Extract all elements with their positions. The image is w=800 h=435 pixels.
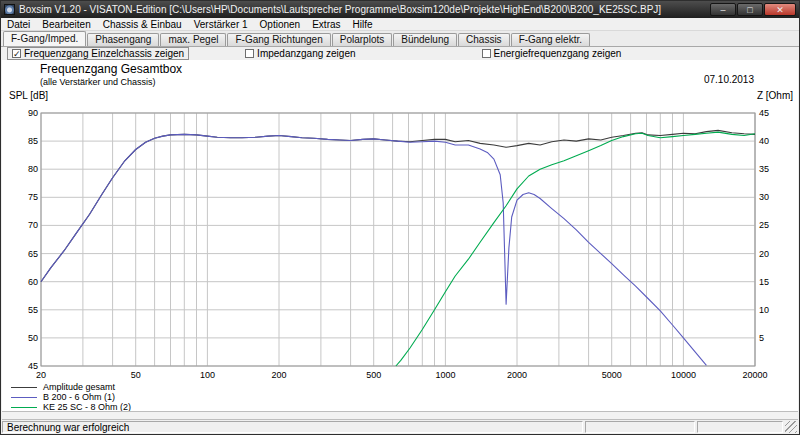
- y-right-tick-label: 5: [759, 333, 764, 343]
- y-left-tick-label: 60: [28, 277, 38, 287]
- y-left-tick-label: 75: [28, 192, 38, 202]
- close-button[interactable]: ✕: [764, 3, 796, 16]
- tab-phasengang[interactable]: Phasengang: [87, 33, 159, 46]
- chart-title: Frequenzgang Gesamtbox: [40, 62, 182, 76]
- checkbox-icon: ✓: [12, 49, 21, 58]
- series-line-2: [396, 132, 755, 366]
- legend-line-swatch: [11, 407, 37, 408]
- x-tick-label: 10000: [671, 370, 696, 380]
- y-right-tick-label: 45: [759, 108, 769, 118]
- chart-date: 07.10.2013: [704, 74, 754, 85]
- frequenzgang-einzelchassis-checkbox[interactable]: ✓ Frequenzgang Einzelchassis zeigen: [7, 47, 189, 60]
- menu-bearbeiten[interactable]: Bearbeiten: [36, 18, 96, 31]
- impedanzgang-checkbox[interactable]: Impedanzgang zeigen: [245, 47, 355, 60]
- x-tick-label: 2000: [507, 370, 527, 380]
- y-axis-left-label: SPL [dB]: [9, 90, 48, 101]
- y-right-tick-label: 25: [759, 220, 769, 230]
- tab-buendelung[interactable]: Bündelung: [393, 33, 457, 46]
- checkbox-label: Frequenzgang Einzelchassis zeigen: [24, 48, 184, 59]
- y-left-tick-label: 90: [28, 108, 38, 118]
- y-left-tick-label: 70: [28, 220, 38, 230]
- chart-panel: 2050100200500100020005000100002000045505…: [2, 60, 798, 411]
- legend-label: Amplitude gesamt: [43, 382, 115, 392]
- energiefrequenzgang-checkbox[interactable]: Energiefrequenzgang zeigen: [482, 47, 622, 60]
- options-toolbar: ✓ Frequenzgang Einzelchassis zeigen Impe…: [1, 47, 799, 60]
- x-tick-label: 20000: [742, 370, 767, 380]
- status-message: Berechnung war erfolgreich: [2, 421, 583, 433]
- y-left-tick-label: 65: [28, 249, 38, 259]
- tab-fgang-elektr[interactable]: F-Gang elektr.: [511, 33, 590, 46]
- legend-line-swatch: [11, 397, 37, 398]
- x-tick-label: 5000: [602, 370, 622, 380]
- plot-border: [41, 113, 755, 366]
- app-window: Boxsim V1.20 - VISATON-Edition [C:\Users…: [0, 0, 800, 435]
- menu-verstaerker-1[interactable]: Verstärker 1: [188, 18, 254, 31]
- x-tick-label: 1000: [435, 370, 455, 380]
- y-right-tick-label: 35: [759, 164, 769, 174]
- tab-chassis[interactable]: Chassis: [458, 33, 510, 46]
- status-segment: [697, 421, 783, 433]
- checkbox-label: Energiefrequenzgang zeigen: [494, 48, 622, 59]
- menu-chassis-einbau[interactable]: Chassis & Einbau: [97, 18, 188, 31]
- tab-polarplots[interactable]: Polarplots: [332, 33, 392, 46]
- y-right-tick-label: 40: [759, 136, 769, 146]
- resize-grip[interactable]: [785, 421, 797, 433]
- menu-optionen[interactable]: Optionen: [254, 18, 307, 31]
- y-axis-right-label: Z [Ohm]: [757, 90, 793, 101]
- checkbox-icon: [482, 49, 491, 58]
- y-right-tick-label: 10: [759, 305, 769, 315]
- menu-datei[interactable]: Datei: [1, 18, 36, 31]
- app-icon: [4, 4, 15, 15]
- legend-item: B 200 - 6 Ohm (1): [11, 392, 131, 402]
- y-right-tick-label: 15: [759, 277, 769, 287]
- frequency-response-plot: 2050100200500100020005000100002000045505…: [2, 60, 800, 413]
- chart-subtitle: (alle Verstärker und Chassis): [40, 77, 156, 87]
- menu-hilfe[interactable]: Hilfe: [347, 18, 379, 31]
- maximize-button[interactable]: □: [737, 3, 763, 16]
- y-right-tick-label: 20: [759, 249, 769, 259]
- menubar: Datei Bearbeiten Chassis & Einbau Verstä…: [1, 18, 799, 31]
- window-controls: – □ ✕: [710, 3, 796, 16]
- legend-line-swatch: [11, 387, 37, 388]
- tabbar: F-Gang/Imped. Phasengang max. Pegel F-Ga…: [1, 31, 799, 47]
- x-tick-label: 50: [131, 370, 141, 380]
- status-segment: [585, 421, 695, 433]
- checkbox-icon: [245, 49, 254, 58]
- series-line-0: [41, 130, 755, 281]
- minimize-button[interactable]: –: [710, 3, 736, 16]
- window-title: Boxsim V1.20 - VISATON-Edition [C:\Users…: [19, 4, 706, 15]
- menu-extras[interactable]: Extras: [306, 18, 346, 31]
- y-left-tick-label: 45: [28, 361, 38, 371]
- y-left-tick-label: 55: [28, 305, 38, 315]
- x-tick-label: 100: [200, 370, 215, 380]
- checkbox-label: Impedanzgang zeigen: [257, 48, 355, 59]
- y-left-tick-label: 85: [28, 136, 38, 146]
- legend-label: B 200 - 6 Ohm (1): [43, 392, 115, 402]
- x-tick-label: 20: [36, 370, 46, 380]
- tab-fgang-richtungen[interactable]: F-Gang Richtungen: [227, 33, 330, 46]
- legend-item: Amplitude gesamt: [11, 382, 131, 392]
- y-left-tick-label: 80: [28, 164, 38, 174]
- tab-max-pegel[interactable]: max. Pegel: [160, 33, 226, 46]
- x-tick-label: 200: [271, 370, 286, 380]
- x-tick-label: 500: [366, 370, 381, 380]
- y-right-tick-label: 30: [759, 192, 769, 202]
- titlebar: Boxsim V1.20 - VISATON-Edition [C:\Users…: [1, 1, 799, 18]
- y-left-tick-label: 50: [28, 333, 38, 343]
- statusbar: Berechnung war erfolgreich: [1, 420, 799, 434]
- chart-legend: Amplitude gesamt B 200 - 6 Ohm (1) KE 25…: [11, 382, 131, 412]
- bottom-strip: [2, 411, 798, 420]
- tab-fgang-imped[interactable]: F-Gang/Imped.: [3, 31, 86, 46]
